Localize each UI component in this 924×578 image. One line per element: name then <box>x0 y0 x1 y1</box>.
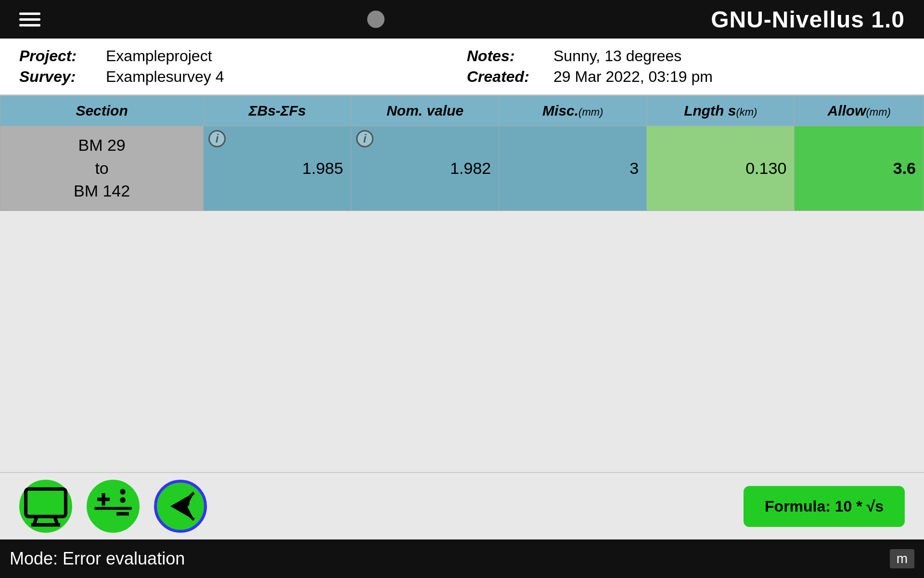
project-value: Exampleproject <box>106 47 457 65</box>
cell-misc: 3 <box>499 126 647 211</box>
cell-nom-value[interactable]: i1.982 <box>351 126 499 211</box>
svg-text:?: ? <box>180 497 191 516</box>
menu-button[interactable] <box>19 13 40 26</box>
unit-indicator: m <box>890 549 914 568</box>
project-label: Project: <box>19 47 96 65</box>
table-row[interactable]: BM 29toBM 142i1.985i1.98230.1303.6 <box>0 126 924 211</box>
app-title: GNU-Nivellus 1.0 <box>711 6 905 33</box>
info-icon-sum[interactable]: i <box>208 130 226 147</box>
info-icon-nom[interactable]: i <box>356 130 373 147</box>
empty-area <box>0 284 924 472</box>
data-table-container: Section ΣBs-ΣFs Nom. value Misc.(mm) Lng… <box>0 95 924 284</box>
bottom-toolbar: ? Formula: 10 * √s <box>0 472 924 539</box>
toolbar-left: ? <box>19 480 207 533</box>
calculator-button[interactable] <box>87 480 140 533</box>
screen-view-button[interactable] <box>19 480 72 533</box>
survey-value: Examplesurvey 4 <box>106 68 457 86</box>
compare-button[interactable]: ? <box>154 480 207 533</box>
project-info: Project: Exampleproject Notes: Sunny, 13… <box>0 39 924 95</box>
notes-value: Sunny, 13 degrees <box>553 47 905 65</box>
status-dot <box>367 11 385 28</box>
header-bar: GNU-Nivellus 1.0 <box>0 0 924 39</box>
survey-table: Section ΣBs-ΣFs Nom. value Misc.(mm) Lng… <box>0 95 924 211</box>
cell-length: 0.130 <box>647 126 795 211</box>
created-value: 29 Mar 2022, 03:19 pm <box>553 68 905 86</box>
formula-button[interactable]: Formula: 10 * √s <box>744 486 905 527</box>
cell-sum-bs-fs[interactable]: i1.985 <box>204 126 351 211</box>
col-allow: Allow(mm) <box>795 96 924 126</box>
col-section: Section <box>0 96 204 126</box>
survey-label: Survey: <box>19 68 96 86</box>
mode-text: Mode: Error evaluation <box>10 549 185 569</box>
notes-label: Notes: <box>467 47 544 65</box>
col-nom-value: Nom. value <box>351 96 499 126</box>
svg-rect-0 <box>26 489 66 516</box>
cell-allow: 3.6 <box>795 126 924 211</box>
svg-point-8 <box>120 497 125 502</box>
col-misc: Misc.(mm) <box>499 96 647 126</box>
col-sum-bs-fs: ΣBs-ΣFs <box>204 96 351 126</box>
created-label: Created: <box>467 68 544 86</box>
svg-point-9 <box>120 489 125 494</box>
cell-section: BM 29toBM 142 <box>0 126 204 211</box>
status-bar: Mode: Error evaluation m <box>0 539 924 578</box>
col-length: Lngth s(km) <box>647 96 795 126</box>
